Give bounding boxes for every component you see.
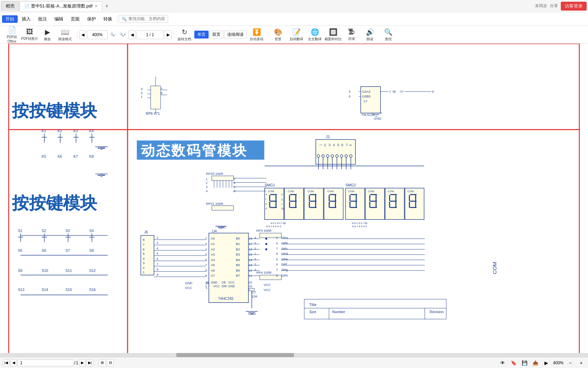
toolbar-start[interactable]: 开始 bbox=[2, 15, 18, 23]
svg-text:S11: S11 bbox=[65, 269, 72, 273]
svg-rect-278 bbox=[405, 188, 424, 219]
zoom-in-status-btn[interactable]: + bbox=[577, 359, 585, 367]
scrollbar-thumb[interactable] bbox=[176, 353, 294, 357]
svg-text:COM: COM bbox=[268, 190, 274, 193]
svg-rect-191 bbox=[260, 275, 281, 280]
svg-text:d: d bbox=[266, 207, 267, 210]
play-btn[interactable]: ▶ 播放 bbox=[39, 27, 56, 42]
zoom-in-btn[interactable]: 🔍+ bbox=[118, 27, 127, 42]
read-mode-btn[interactable]: 📖 阅读模式 bbox=[56, 27, 74, 42]
svg-text:7: 7 bbox=[205, 263, 207, 267]
svg-text:3: 3 bbox=[157, 241, 158, 245]
svg-rect-282 bbox=[415, 202, 416, 208]
svg-text:RP6  471: RP6 471 bbox=[146, 111, 160, 116]
zoom-input[interactable] bbox=[89, 32, 106, 37]
svg-text:DPd: DPd bbox=[281, 252, 288, 256]
svg-rect-246 bbox=[335, 202, 336, 208]
read-aloud-icon: 🔊 bbox=[366, 28, 374, 36]
svg-text:10: 10 bbox=[249, 285, 252, 288]
svg-text:COM: COM bbox=[492, 262, 497, 274]
word-translate-icon: 📝 bbox=[292, 28, 301, 36]
svg-text:DPg: DPg bbox=[281, 268, 288, 272]
svg-text:DPe: DPe bbox=[281, 257, 288, 261]
circuit-svg: 按按键模块 按按键模块 动态数码管模块 RP6 471 3 2 1 7 8 K1… bbox=[0, 44, 588, 357]
tab-pdf[interactable]: 📄 普中51-双核-A...发板原理图.pdf ✕ bbox=[20, 1, 102, 11]
svg-text:5: 5 bbox=[276, 258, 278, 261]
svg-rect-268 bbox=[370, 207, 377, 208]
zoom-display: 400% bbox=[553, 361, 564, 365]
status-eye-icon[interactable]: 👁 bbox=[499, 359, 507, 367]
full-translate-btn[interactable]: 🌐 全文翻译 bbox=[306, 27, 323, 42]
compare-btn[interactable]: 🔲 截图和对比 bbox=[325, 27, 342, 42]
rotate-label: 旋转文档 bbox=[178, 37, 191, 42]
double-page-btn[interactable]: 双页 bbox=[209, 31, 224, 39]
resize-controls: ⊞ ⊟ bbox=[99, 359, 114, 366]
svg-text:VCC: VCC bbox=[264, 288, 271, 292]
status-bookmark-icon[interactable]: 🔖 bbox=[509, 359, 518, 367]
svg-text:DPf: DPf bbox=[281, 262, 287, 266]
toolbar-page[interactable]: 页面 bbox=[67, 15, 83, 23]
svg-text:3: 3 bbox=[143, 261, 145, 265]
current-page-input[interactable] bbox=[18, 359, 74, 366]
svg-text:1: 1 bbox=[206, 286, 208, 290]
next-page-btn[interactable]: ▶ bbox=[79, 359, 86, 366]
prev-page-btn[interactable]: ◀ bbox=[10, 359, 17, 366]
prev-page-btn[interactable]: ◀ bbox=[79, 30, 86, 39]
svg-text:7: 7 bbox=[276, 247, 278, 250]
svg-text:dp: dp bbox=[281, 207, 284, 210]
status-play-icon[interactable]: ▶ bbox=[542, 359, 550, 367]
page-prev-btn[interactable]: ◀ bbox=[129, 30, 135, 39]
rotate-btn[interactable]: ↻ 旋转文档 bbox=[176, 27, 193, 42]
read-mode-icon: 📖 bbox=[61, 28, 69, 36]
circuit-content: 按按键模块 按按键模块 动态数码管模块 RP6 471 3 2 1 7 8 K1… bbox=[0, 44, 588, 357]
zoom-box[interactable] bbox=[87, 30, 108, 39]
page-next-btn[interactable]: ▶ bbox=[165, 30, 172, 39]
svg-text:VCC: VCC bbox=[185, 286, 192, 290]
tab-daoke[interactable]: 稻壳 bbox=[1, 1, 19, 11]
status-share-icon[interactable]: 📤 bbox=[531, 359, 539, 367]
svg-text:B1: B1 bbox=[236, 242, 240, 246]
fit-width-btn[interactable]: ⊞ bbox=[99, 359, 105, 366]
compress-btn[interactable]: 🗜 压缩 bbox=[343, 27, 360, 42]
toolbar-edit[interactable]: 编辑 bbox=[51, 15, 67, 23]
continuous-btn[interactable]: 连续阅读 bbox=[224, 31, 247, 39]
toolbar-annotate[interactable]: 批注 bbox=[35, 15, 50, 23]
fit-page-btn[interactable]: ⊟ bbox=[107, 359, 114, 366]
word-translate-btn[interactable]: 📝 划词翻译 bbox=[288, 27, 305, 42]
background-btn[interactable]: 🎨 背景 bbox=[270, 27, 287, 42]
login-button[interactable]: 访客登录 bbox=[561, 2, 587, 11]
first-page-btn[interactable]: |◀ bbox=[3, 359, 10, 366]
single-page-btn[interactable]: 单页 bbox=[194, 31, 209, 39]
toolbar-convert[interactable]: 转换 bbox=[100, 15, 116, 23]
zoom-out-btn[interactable]: 🔍- bbox=[109, 27, 117, 42]
svg-text:4: 4 bbox=[255, 236, 256, 240]
pdf-office-icon: 📄 bbox=[8, 26, 16, 34]
toolbar-insert[interactable]: 插入 bbox=[18, 15, 34, 23]
find-btn[interactable]: 🔍 查找 bbox=[380, 27, 397, 42]
svg-text:a: a bbox=[266, 193, 267, 196]
page-input[interactable] bbox=[136, 30, 164, 39]
auto-scroll-btn[interactable]: ⏬ 自动滚动 bbox=[248, 27, 265, 42]
pdf-office-btn[interactable]: 📄 PDF转Office bbox=[3, 27, 20, 42]
search-box[interactable]: 🔍 查找功能、文档内容 bbox=[119, 15, 168, 23]
share-btn[interactable]: 分享 bbox=[550, 3, 558, 9]
last-page-btn[interactable]: ▶| bbox=[86, 359, 93, 366]
svg-text:S16: S16 bbox=[89, 288, 96, 292]
main-pdf-area[interactable]: 按按键模块 按按键模块 动态数码管模块 RP6 471 3 2 1 7 8 K1… bbox=[0, 44, 588, 357]
read-aloud-btn[interactable]: 🔊 朗读 bbox=[361, 27, 378, 42]
svg-rect-256 bbox=[350, 201, 357, 202]
zoom-out-status-btn[interactable]: − bbox=[566, 359, 574, 367]
tab-add-button[interactable]: + bbox=[103, 2, 111, 10]
tab-close-icon[interactable]: ✕ bbox=[95, 4, 98, 9]
svg-text:VCC: VCC bbox=[264, 283, 271, 287]
pdf-img-btn[interactable]: 🖼 PDF转图片 bbox=[21, 27, 38, 42]
svg-text:U4: U4 bbox=[212, 229, 217, 233]
svg-text:8: 8 bbox=[157, 268, 158, 271]
svg-text:COM: COM bbox=[288, 190, 294, 193]
svg-text:2: 2 bbox=[143, 266, 145, 270]
play-icon: ▶ bbox=[45, 28, 50, 36]
toolbar-protect[interactable]: 保护 bbox=[84, 15, 99, 23]
svg-text:GND: GND bbox=[218, 225, 226, 229]
status-save-icon[interactable]: 💾 bbox=[520, 359, 528, 367]
horizontal-scrollbar[interactable] bbox=[0, 353, 588, 357]
